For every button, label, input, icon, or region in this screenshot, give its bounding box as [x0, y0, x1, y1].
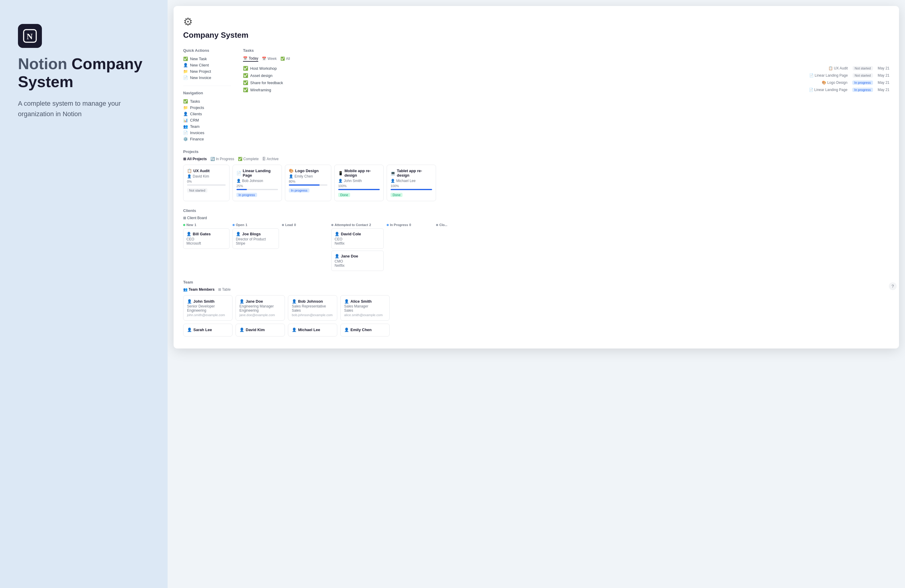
- task-project: 📋 UX Audit: [829, 66, 848, 70]
- action-label: New Project: [190, 69, 211, 74]
- kanban-col-new: New 1 👤 Bill Gates CEO Microsoft: [183, 223, 230, 273]
- task-label: Asset design: [250, 73, 272, 78]
- col-count: 1: [245, 223, 247, 227]
- document-icon: 📄: [183, 75, 188, 80]
- team-card-sarah-lee: 👤 Sarah Lee: [183, 324, 233, 337]
- person-icon: 👤: [338, 179, 343, 183]
- col-count: 0: [410, 223, 411, 227]
- person-icon: 👤: [186, 232, 191, 236]
- team-card-michael-lee: 👤 Michael Lee: [288, 324, 337, 337]
- clients-label: Clients: [183, 208, 889, 213]
- calendar-icon: 📅: [243, 56, 248, 60]
- tab-all[interactable]: ✅ All: [280, 56, 290, 62]
- kanban-col-in-progress: In Progress 0: [387, 223, 433, 273]
- action-new-project[interactable]: 📁 New Project: [183, 68, 231, 75]
- status-badge: Done: [391, 193, 403, 197]
- navigation-label: Navigation: [183, 91, 231, 95]
- nav-finance[interactable]: ⚙️ Finance: [183, 136, 231, 142]
- task-check-icon: ✅: [243, 73, 248, 78]
- client-board-tab[interactable]: ⊞ Client Board: [183, 216, 889, 220]
- gear-icon: ⚙: [183, 16, 889, 28]
- hero-subtitle: A complete system to manage your organiz…: [18, 98, 150, 119]
- person-icon: 👤: [236, 232, 241, 236]
- projects-nav-icon: 📁: [183, 105, 188, 110]
- tasks-nav-icon: ✅: [183, 99, 188, 103]
- nav-tasks[interactable]: ✅ Tasks: [183, 98, 231, 105]
- project-icon: 🎨: [289, 168, 294, 173]
- person-icon: 👤: [240, 327, 244, 332]
- task-project: 🎨 Logo Design: [822, 81, 848, 85]
- team-card-emily-chen: 👤 Emily Chen: [340, 324, 390, 337]
- right-panel: ⚙ Company System Quick Actions ✅ New Tas…: [168, 0, 905, 588]
- col-count: 1: [195, 223, 196, 227]
- project-icon: 💻: [391, 171, 395, 175]
- tab-today[interactable]: 📅 Today: [243, 56, 258, 62]
- team-label: Team: [183, 280, 889, 284]
- hero-title: Notion Company System: [18, 55, 150, 91]
- person-icon: 👤: [187, 327, 192, 332]
- status-dot: [387, 224, 389, 226]
- person-icon: 👤: [391, 179, 395, 183]
- tab-all-projects[interactable]: ⊞ All Projects: [183, 157, 207, 161]
- person-icon: 👤: [335, 232, 340, 236]
- help-badge[interactable]: ?: [889, 282, 897, 290]
- notion-window: ⚙ Company System Quick Actions ✅ New Tas…: [173, 6, 899, 348]
- tab-team-members[interactable]: 👥 Team Members: [183, 288, 214, 292]
- person-icon: 👤: [240, 299, 244, 304]
- person-icon: 👤: [187, 299, 192, 304]
- status-dot: [331, 224, 333, 226]
- projects-section: Projects ⊞ All Projects 🔄 In Progress ✅ …: [183, 149, 889, 201]
- status-badge: In progress: [289, 188, 310, 192]
- kanban-col-open: Open 1 👤 Joe Blogs Director of Product S…: [233, 223, 279, 273]
- person-icon: 👤: [344, 327, 349, 332]
- kanban-col-lead: Lead 0: [282, 223, 328, 273]
- finance-nav-icon: ⚙️: [183, 137, 188, 141]
- col-count: 2: [369, 223, 371, 227]
- status-badge: Not started: [853, 66, 873, 70]
- person-icon: 👤: [237, 179, 241, 183]
- tab-in-progress[interactable]: 🔄 In Progress: [210, 157, 234, 161]
- tab-table[interactable]: ⊞ Table: [218, 288, 231, 292]
- notion-logo: N: [18, 24, 42, 48]
- nav-invoices[interactable]: 📄 Invoices: [183, 130, 231, 136]
- status-badge: Not started: [187, 188, 207, 192]
- task-label: Share for feedback: [250, 81, 283, 85]
- team-grid-row2: 👤 Sarah Lee 👤 David Kim 👤 Michael Lee 👤 …: [183, 324, 889, 337]
- kanban-card: 👤 Bill Gates CEO Microsoft: [183, 229, 230, 249]
- col-count: 0: [294, 223, 296, 227]
- nav-crm[interactable]: 📊 CRM: [183, 117, 231, 123]
- status-dot: [233, 224, 235, 226]
- project-card-mobile: 📱 Mobile app re-design 👤 John Smith 100%…: [334, 165, 384, 201]
- action-new-client[interactable]: 👤 New Client: [183, 62, 231, 68]
- task-project: 📄 Linear Landing Page: [809, 88, 848, 92]
- kanban-card: 👤 David Cole CEO Netflix: [331, 229, 384, 249]
- task-date: May 21: [878, 66, 889, 70]
- project-tabs: ⊞ All Projects 🔄 In Progress ✅ Complete …: [183, 157, 889, 161]
- task-date: May 21: [878, 88, 889, 92]
- status-badge: Not started: [853, 73, 873, 78]
- calendar-icon: 📅: [262, 57, 266, 61]
- svg-text:N: N: [27, 32, 33, 41]
- person-icon: 👤: [335, 254, 340, 258]
- projects-grid: 📋 UX Audit 👤 David Kim 0% Not started 📄 …: [183, 165, 889, 201]
- action-new-task[interactable]: ✅ New Task: [183, 56, 231, 62]
- task-tabs: 📅 Today 📅 Week ✅ All: [243, 56, 889, 62]
- kanban-card: 👤 Jane Doe CMO Netflix: [331, 251, 384, 271]
- project-card-tablet: 💻 Tablet app re-design 👤 Michael Lee 100…: [387, 165, 436, 201]
- tab-archive[interactable]: 🗄 Archive: [262, 157, 279, 161]
- action-label: New Client: [190, 63, 209, 67]
- project-icon: 📱: [338, 171, 343, 175]
- tasks-label: Tasks: [243, 48, 889, 53]
- person-icon: 👤: [289, 174, 293, 178]
- quick-actions-label: Quick Actions: [183, 48, 231, 53]
- nav-team[interactable]: 👥 Team: [183, 123, 231, 130]
- nav-clients[interactable]: 👤 Clients: [183, 111, 231, 117]
- clients-section: Clients ⊞ Client Board New 1 👤 Bill Gate…: [183, 208, 889, 273]
- nav-projects[interactable]: 📁 Projects: [183, 105, 231, 111]
- tab-complete[interactable]: ✅ Complete: [238, 157, 259, 161]
- task-check-icon: ✅: [243, 87, 248, 92]
- tab-week[interactable]: 📅 Week: [262, 56, 276, 62]
- tasks-section: Tasks 📅 Today 📅 Week ✅ All ✅: [243, 48, 889, 142]
- action-new-invoice[interactable]: 📄 New Invoice: [183, 75, 231, 81]
- team-card-david-kim: 👤 David Kim: [235, 324, 285, 337]
